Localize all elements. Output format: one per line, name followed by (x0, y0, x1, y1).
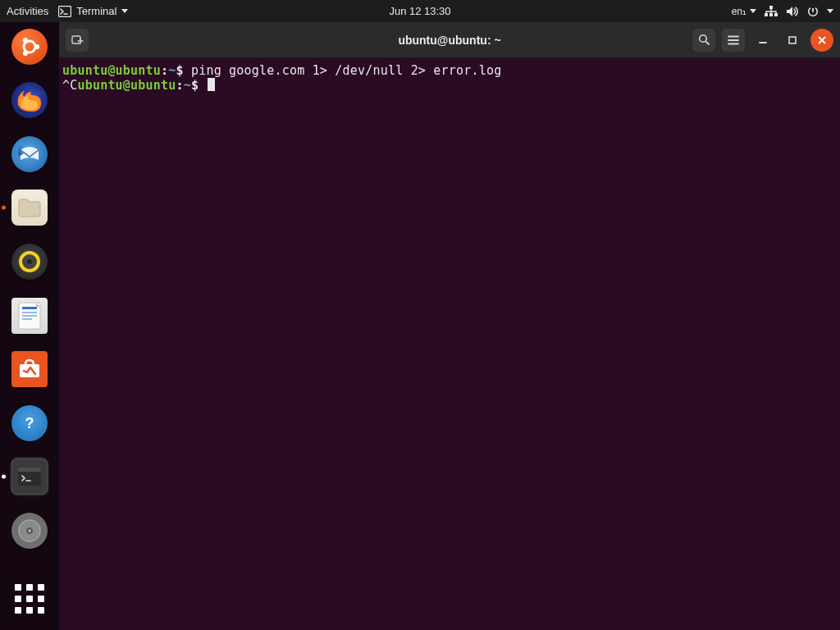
svg-rect-5 (774, 13, 778, 16)
ubuntu-logo-icon (11, 29, 48, 65)
svg-rect-3 (765, 13, 768, 16)
svg-rect-18 (22, 315, 37, 317)
svg-rect-23 (18, 468, 41, 472)
dock-item-help[interactable]: ? (10, 404, 49, 443)
terminal-app-icon (11, 459, 48, 495)
apps-grid-icon (15, 584, 44, 614)
svg-line-33 (705, 41, 709, 44)
svg-rect-4 (769, 13, 773, 16)
svg-point-28 (29, 529, 31, 532)
chevron-down-icon (750, 9, 756, 13)
svg-rect-17 (22, 312, 37, 313)
activities-button[interactable]: Activities (7, 5, 48, 17)
maximize-icon (788, 35, 797, 45)
thunderbird-icon (11, 136, 48, 172)
svg-point-11 (23, 38, 28, 43)
dock-item-rhythmbox[interactable] (10, 242, 49, 281)
new-tab-icon (71, 34, 84, 47)
dock-item-ubuntu-software[interactable] (10, 349, 49, 389)
system-menu-chevron-icon[interactable] (827, 9, 833, 13)
svg-point-9 (24, 41, 35, 52)
svg-point-12 (23, 51, 28, 56)
gnome-top-bar: Activities Terminal Jun 12 13:30 en₁ (0, 0, 840, 22)
svg-rect-8 (810, 6, 815, 8)
ubuntu-software-icon (11, 351, 48, 387)
input-source-indicator[interactable]: en₁ (732, 6, 756, 17)
svg-rect-19 (22, 318, 32, 320)
close-button[interactable] (810, 29, 833, 52)
search-icon (698, 34, 710, 46)
terminal-window: ubuntu@ubuntu: ~ ubuntu@ubuntu:~$ ping g… (59, 22, 840, 630)
show-applications-button[interactable] (10, 579, 49, 619)
ubuntu-dock: ? (0, 22, 59, 630)
svg-rect-20 (20, 364, 39, 377)
terminal-line: ubuntu@ubuntu:~$ ping google.com 1> /dev… (62, 63, 837, 78)
close-icon (817, 35, 827, 45)
minimize-icon (758, 35, 768, 45)
svg-rect-16 (22, 307, 37, 309)
svg-rect-0 (59, 6, 71, 16)
svg-point-14 (27, 259, 32, 264)
svg-point-10 (34, 44, 39, 49)
app-menu-label: Terminal (76, 5, 116, 17)
terminal-line: ^Cubuntu@ubuntu:~$ (62, 78, 837, 93)
libreoffice-writer-icon (11, 298, 48, 334)
hamburger-icon (728, 35, 739, 45)
dock-item-places[interactable] (10, 27, 49, 66)
clock[interactable]: Jun 12 13:30 (389, 5, 450, 17)
power-icon[interactable] (807, 6, 819, 17)
help-icon: ? (11, 405, 48, 441)
volume-icon[interactable] (786, 6, 799, 17)
svg-rect-2 (769, 6, 773, 9)
minimize-button[interactable] (751, 29, 774, 52)
svg-text:?: ? (25, 415, 34, 431)
rhythmbox-icon (11, 244, 48, 280)
dock-item-libreoffice-writer[interactable] (10, 296, 49, 336)
dock-item-firefox[interactable] (10, 81, 49, 121)
dock-item-removable-disk[interactable] (10, 511, 49, 550)
cursor (208, 78, 215, 91)
chevron-down-icon (121, 9, 128, 13)
window-titlebar: ubuntu@ubuntu: ~ (59, 22, 840, 58)
svg-rect-29 (72, 36, 80, 43)
files-icon (11, 189, 48, 226)
svg-rect-38 (789, 37, 796, 43)
disk-icon (11, 513, 48, 549)
new-tab-button[interactable] (66, 29, 89, 52)
window-title: ubuntu@ubuntu: ~ (398, 34, 500, 47)
dock-item-thunderbird[interactable] (10, 135, 49, 174)
maximize-button[interactable] (781, 29, 804, 52)
firefox-icon (11, 82, 48, 118)
network-icon[interactable] (765, 6, 778, 17)
terminal-icon (58, 6, 71, 17)
terminal-body[interactable]: ubuntu@ubuntu:~$ ping google.com 1> /dev… (59, 58, 840, 630)
app-menu[interactable]: Terminal (58, 5, 128, 17)
dock-item-files[interactable] (10, 189, 49, 228)
search-button[interactable] (692, 29, 715, 52)
dock-item-terminal[interactable] (10, 457, 49, 496)
hamburger-menu-button[interactable] (722, 29, 745, 52)
